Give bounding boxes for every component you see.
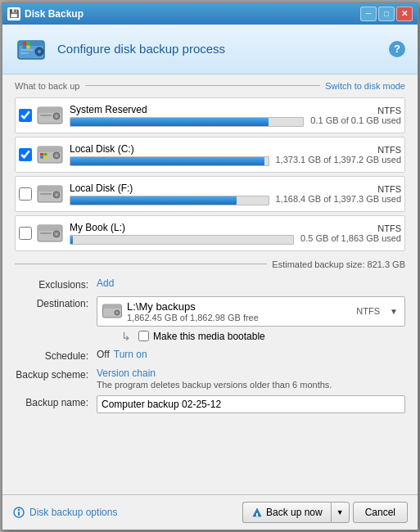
disk-list: System Reserved NTFS 0.1 GB of 0.1 GB us… xyxy=(15,97,405,251)
schedule-turn-on-link[interactable]: Turn on xyxy=(114,349,147,360)
disk-meta-1: NTFS 1,373.1 GB of 1,397.2 GB used xyxy=(269,145,402,165)
backup-name-input[interactable] xyxy=(97,395,405,413)
disk-backup-options-link[interactable]: Disk backup options xyxy=(12,506,242,519)
add-exclusion-link[interactable]: Add xyxy=(97,277,114,289)
destination-label: Destination: xyxy=(15,296,97,309)
disk-icon-system-reserved xyxy=(37,102,63,128)
disk-info-l: My Book (L:) xyxy=(70,222,294,245)
back-up-now-button[interactable]: Back up now xyxy=(242,502,331,523)
disk-bar-fill-3 xyxy=(70,236,73,244)
maximize-button[interactable]: □ xyxy=(378,7,395,21)
backup-name-row: Backup name: xyxy=(15,395,405,413)
destination-row: Destination: L:\My backups 1,862.45 GB o… xyxy=(15,296,405,343)
backup-scheme-value: Version chain The program deletes backup… xyxy=(97,367,405,390)
back-up-now-dropdown-arrow[interactable]: ▼ xyxy=(331,502,350,523)
svg-point-31 xyxy=(56,232,58,235)
destination-name: L:\My backups xyxy=(127,300,351,313)
footer: Disk backup options Back up now ▼ Cancel xyxy=(2,494,418,530)
disk-used-2: 1,168.4 GB of 1,397.3 GB used xyxy=(276,194,402,204)
disk-info-f: Local Disk (F:) xyxy=(70,183,269,205)
schedule-off-text: Off xyxy=(97,349,110,360)
disk-bar-wrap-1 xyxy=(70,156,269,166)
disk-checkbox-c[interactable] xyxy=(19,148,32,161)
disk-name-c: Local Disk (C:) xyxy=(70,143,269,155)
svg-rect-14 xyxy=(40,115,52,116)
svg-rect-27 xyxy=(40,193,52,195)
destination-value: L:\My backups 1,862.45 GB of 1,862.98 GB… xyxy=(97,296,405,343)
disk-bar-wrap-3 xyxy=(70,235,294,245)
backup-now-icon xyxy=(251,507,263,518)
backup-icon xyxy=(15,33,47,65)
footer-buttons: Back up now ▼ Cancel xyxy=(242,502,408,523)
svg-point-38 xyxy=(18,508,20,510)
svg-rect-1 xyxy=(18,41,44,46)
close-button[interactable]: ✕ xyxy=(396,7,413,21)
backup-name-value xyxy=(97,395,405,413)
what-to-backup-label: What to back up xyxy=(15,81,85,91)
svg-rect-7 xyxy=(27,42,30,45)
disk-fs-1: NTFS xyxy=(276,145,402,155)
svg-rect-20 xyxy=(44,153,47,156)
svg-point-36 xyxy=(116,312,118,313)
schedule-status-row: Off Turn on xyxy=(97,349,405,360)
disk-item-f: Local Disk (F:) NTFS 1,168.4 GB of 1,397… xyxy=(15,176,405,212)
svg-rect-8 xyxy=(23,45,26,48)
back-up-now-split-button: Back up now ▼ xyxy=(242,502,350,523)
disk-fs-3: NTFS xyxy=(300,223,401,233)
switch-to-disk-mode-link[interactable]: Switch to disk mode xyxy=(320,81,405,91)
disk-checkbox-l[interactable] xyxy=(19,227,32,240)
estimated-size-label: Estimated backup size: 821.3 GB xyxy=(272,259,405,269)
exclusions-row: Exclusions: Add xyxy=(15,277,405,291)
disk-used-1: 1,373.1 GB of 1,397.2 GB used xyxy=(276,155,402,165)
disk-icon-f xyxy=(37,181,63,207)
window-title: Disk Backup xyxy=(25,8,360,20)
destination-drive-icon xyxy=(102,303,122,319)
exclusions-label: Exclusions: xyxy=(15,277,97,291)
disk-bar-wrap-0 xyxy=(70,117,304,127)
disk-bar-fill-0 xyxy=(70,118,269,126)
destination-box[interactable]: L:\My backups 1,862.45 GB of 1,862.98 GB… xyxy=(97,296,405,327)
main-window: 💾 Disk Backup ─ □ ✕ C xyxy=(2,2,418,530)
svg-rect-19 xyxy=(40,153,43,156)
svg-rect-32 xyxy=(40,232,52,234)
svg-rect-34 xyxy=(103,304,122,309)
titlebar: 💾 Disk Backup ─ □ ✕ xyxy=(2,3,418,25)
make-bootable-label: Make this media bootable xyxy=(153,331,265,342)
disk-icon-c xyxy=(37,142,63,168)
disk-name-system-reserved: System Reserved xyxy=(70,104,304,115)
disk-used-0: 0.1 GB of 0.1 GB used xyxy=(310,115,401,125)
make-bootable-checkbox[interactable] xyxy=(138,331,149,341)
minimize-button[interactable]: ─ xyxy=(360,7,377,21)
svg-rect-22 xyxy=(44,156,47,158)
schedule-value: Off Turn on xyxy=(97,349,405,360)
svg-rect-6 xyxy=(23,42,26,45)
estimated-size-row: Estimated backup size: 821.3 GB xyxy=(15,259,405,269)
disk-item-system-reserved: System Reserved NTFS 0.1 GB of 0.1 GB us… xyxy=(15,97,405,133)
estimated-line xyxy=(15,264,267,264)
header-title: Configure disk backup process xyxy=(57,42,379,56)
bootable-row: ↳ Make this media bootable xyxy=(121,330,405,343)
scheme-name-link[interactable]: Version chain xyxy=(97,367,405,379)
help-button[interactable]: ? xyxy=(389,41,405,57)
scheme-description: The program deletes backup versions olde… xyxy=(97,380,405,390)
svg-rect-39 xyxy=(18,512,20,516)
disk-backup-options-label: Disk backup options xyxy=(29,507,117,518)
disk-item-c: Local Disk (C:) NTFS 1,373.1 GB of 1,397… xyxy=(15,137,405,173)
disk-item-l: My Book (L:) NTFS 0.5 GB of 1,863 GB use… xyxy=(15,215,405,251)
destination-fs: NTFS xyxy=(356,306,380,316)
bootable-arrow-icon: ↳ xyxy=(121,330,131,343)
disk-checkbox-system-reserved[interactable] xyxy=(19,109,32,122)
disk-icon-l xyxy=(37,220,63,246)
options-icon xyxy=(12,506,25,519)
svg-rect-11 xyxy=(38,107,62,113)
cancel-button[interactable]: Cancel xyxy=(353,502,408,523)
destination-dropdown-arrow[interactable]: ▼ xyxy=(388,305,400,318)
disk-meta-3: NTFS 0.5 GB of 1,863 GB used xyxy=(294,223,401,243)
section-divider xyxy=(85,85,321,86)
disk-checkbox-f[interactable] xyxy=(19,187,32,201)
disk-bar-wrap-2 xyxy=(70,196,269,205)
backup-scheme-row: Backup scheme: Version chain The program… xyxy=(15,367,405,390)
svg-rect-4 xyxy=(20,49,34,51)
disk-name-f: Local Disk (F:) xyxy=(70,183,269,194)
disk-meta-0: NTFS 0.1 GB of 0.1 GB used xyxy=(304,106,401,125)
